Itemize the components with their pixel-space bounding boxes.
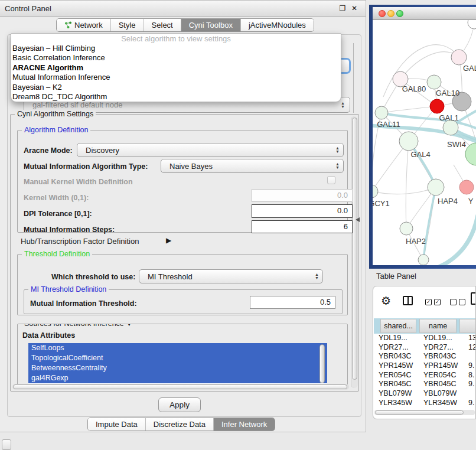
- algorithm-option[interactable]: Bayesian – K2: [11, 83, 341, 92]
- mi-threshold-field[interactable]: 0.5: [250, 296, 335, 309]
- table-row[interactable]: YIL052CYIL052C9: [374, 408, 476, 410]
- node-salmon[interactable]: [459, 180, 474, 194]
- tab-jactivemnodules[interactable]: jActiveMNodules: [240, 19, 314, 31]
- network-window-titlebar[interactable]: [373, 7, 476, 20]
- deselect-all-icon[interactable]: [459, 299, 465, 305]
- node-gal11[interactable]: [375, 106, 388, 119]
- manual-kernel-checkbox[interactable]: [327, 176, 335, 184]
- resize-handle-icon[interactable]: [356, 217, 360, 222]
- algorithm-option[interactable]: Basic Correlation Inference: [11, 53, 341, 63]
- mi-type-label: Mutual Information Algorithm Type:: [24, 162, 148, 171]
- table-row[interactable]: YDL19...YDL19...13: [374, 334, 476, 343]
- node-partial-top[interactable]: [468, 20, 476, 29]
- tab-network[interactable]: Network: [57, 19, 110, 31]
- cell: 9: [468, 408, 472, 410]
- close-window-icon[interactable]: ✕: [350, 4, 359, 13]
- algorithm-option-selected[interactable]: ARACNE Algorithm: [11, 63, 341, 73]
- attribute-item[interactable]: TopologicalCoefficient: [28, 353, 327, 363]
- column-header-name[interactable]: name: [419, 319, 457, 333]
- network-view-window: GAL GAL80 GAL10 GAL1 GAL11 SWI4 GAL4 HAP…: [369, 5, 476, 269]
- table-hscrollbar[interactable]: [374, 410, 475, 415]
- which-threshold-combobox[interactable]: MI Threshold ▲▼: [139, 269, 323, 283]
- mi-type-value: Naive Bayes: [169, 162, 213, 171]
- tab-style[interactable]: Style: [110, 19, 144, 31]
- node-gal-partial[interactable]: [451, 50, 467, 65]
- cell: YER054C: [423, 371, 457, 379]
- attributes-scrollbar-thumb[interactable]: [319, 344, 325, 383]
- node-gcy1[interactable]: [373, 185, 378, 198]
- kernel-width-label: Kernel Width (0,1):: [24, 194, 89, 202]
- table-row[interactable]: YBL079WYBL079W: [374, 389, 476, 399]
- cell: YDL19...: [423, 334, 452, 342]
- combobox-stepper-icon: ▲▼: [335, 146, 340, 154]
- node-hap2[interactable]: [400, 222, 413, 235]
- cell: YIL052C: [423, 408, 452, 410]
- sources-collapse-icon[interactable]: ▼: [126, 324, 132, 327]
- node-gal10[interactable]: [427, 75, 441, 89]
- tab-cyni-toolbox[interactable]: Cyni Toolbox: [181, 19, 240, 31]
- algorithm-option[interactable]: Bayesian – Hill Climbing: [11, 44, 341, 53]
- cell: 8.: [468, 371, 474, 379]
- attribute-item[interactable]: gal4RGexp: [28, 373, 327, 383]
- threshold-definition-title: Threshold Definition: [22, 250, 92, 258]
- columns-icon[interactable]: [403, 296, 413, 305]
- column-header-shared-name[interactable]: shared...: [380, 319, 416, 333]
- cell: YPR145W: [423, 361, 458, 370]
- table-row[interactable]: YPR145WYPR145W9.: [374, 361, 476, 371]
- table-row[interactable]: YBR045CYBR045C9.: [374, 380, 476, 389]
- mi-type-combobox[interactable]: Naive Bayes ▲▼: [161, 159, 344, 173]
- tab-infer-network[interactable]: Infer Network: [213, 418, 275, 431]
- mi-steps-field[interactable]: 6: [252, 220, 353, 233]
- tab-impute-data[interactable]: Impute Data: [88, 418, 145, 431]
- deselect-all-icon[interactable]: [450, 299, 457, 305]
- float-window-icon[interactable]: ❐: [338, 4, 347, 13]
- attribute-item[interactable]: BetweennessCentrality: [28, 363, 327, 373]
- node-partial-bottom[interactable]: [418, 255, 429, 265]
- apply-button[interactable]: Apply: [158, 397, 201, 412]
- collapsed-panel-button[interactable]: [2, 439, 11, 450]
- settings-scrollbar[interactable]: [351, 116, 358, 388]
- table-hscrollbar-thumb[interactable]: [375, 410, 464, 415]
- network-graph: GAL GAL80 GAL10 GAL1 GAL11 SWI4 GAL4 HAP…: [373, 20, 476, 265]
- algorithm-option[interactable]: Dream8 DC_TDC Algorithm: [11, 92, 341, 102]
- algorithm-definition-group: Algorithm Definition Aracne Mode: Discov…: [17, 130, 348, 233]
- node-label: HAP2: [406, 237, 426, 246]
- column-header-partial[interactable]: [459, 319, 476, 333]
- close-traffic-light-icon[interactable]: [379, 10, 386, 17]
- table-row[interactable]: YER054CYER054C8.: [374, 371, 476, 380]
- node-hap4[interactable]: [428, 179, 444, 195]
- tab-select[interactable]: Select: [144, 19, 181, 31]
- file-icon[interactable]: [471, 292, 476, 305]
- table-row[interactable]: YBR043CYBR043C: [374, 352, 476, 361]
- node-gal1-selected[interactable]: [430, 99, 444, 113]
- settings-hscrollbar-thumb[interactable]: [13, 384, 347, 389]
- select-all-check-icon[interactable]: ✓: [425, 299, 432, 305]
- algorithm-option[interactable]: Mutual Information Inference: [11, 73, 341, 82]
- network-canvas[interactable]: GAL GAL80 GAL10 GAL1 GAL11 SWI4 GAL4 HAP…: [373, 20, 476, 265]
- which-threshold-label: Which threshold to use:: [51, 273, 135, 281]
- node-big-green[interactable]: [465, 143, 476, 165]
- minimize-traffic-light-icon[interactable]: [387, 10, 395, 17]
- gear-icon[interactable]: ⚙: [381, 294, 391, 308]
- dpi-tolerance-field[interactable]: 0.0: [252, 204, 353, 218]
- table-row[interactable]: YDR27...YDR27...12: [374, 343, 476, 353]
- table-row[interactable]: YLR345WYLR345W9.: [374, 399, 476, 408]
- select-all-check-icon[interactable]: ✓: [434, 299, 441, 305]
- settings-scrollbar-thumb[interactable]: [352, 118, 357, 380]
- attribute-item[interactable]: SelfLoops: [28, 343, 327, 353]
- algorithm-definition-title: Algorithm Definition: [22, 126, 90, 134]
- node-gal4[interactable]: [399, 132, 418, 151]
- mi-threshold-definition-group: MI Threshold Definition Mutual Informati…: [24, 289, 343, 314]
- cell: YLR345W: [379, 399, 412, 407]
- tab-discretize-data[interactable]: Discretize Data: [145, 418, 213, 431]
- zoom-traffic-light-icon[interactable]: [396, 10, 403, 17]
- hub-expand-icon[interactable]: ▶: [166, 236, 171, 244]
- control-panel-title: Control Panel: [5, 4, 51, 13]
- node-label: GAL1: [439, 113, 458, 122]
- threshold-definition-group: Threshold Definition Which threshold to …: [17, 254, 348, 315]
- tab-infer-network-label: Infer Network: [221, 420, 267, 429]
- cell: YIL052C: [379, 408, 407, 410]
- aracne-mode-combobox[interactable]: Discovery ▲▼: [77, 143, 344, 157]
- mi-steps-label: Mutual Information Steps:: [24, 226, 115, 234]
- settings-hscrollbar[interactable]: [12, 384, 349, 390]
